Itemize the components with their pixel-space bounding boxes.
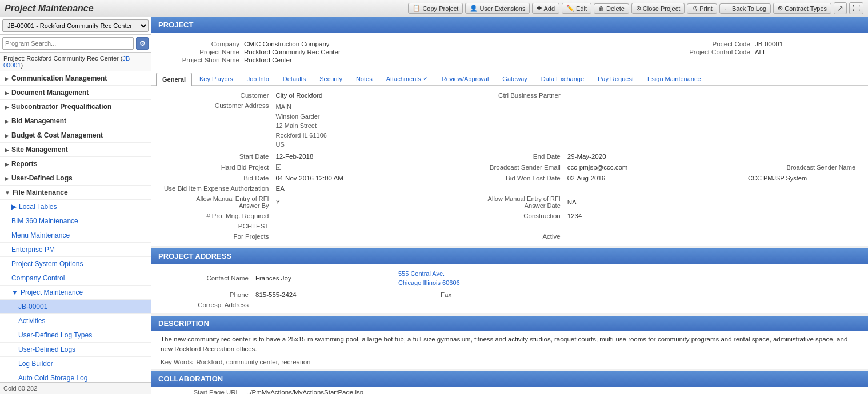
tab-key-players[interactable]: Key Players — [193, 72, 239, 85]
sidebar-footer: Cold 80 282 — [0, 382, 151, 394]
customer-label: Customer — [161, 90, 272, 100]
sidebar-item-user-defined-log-types[interactable]: User-Defined Log Types — [0, 328, 151, 343]
tab-job-info[interactable]: Job Info — [241, 72, 275, 85]
project-control-code-value: ALL — [755, 49, 857, 55]
customer-address-value: MAINWinston Garder12 Main StreetRockford… — [272, 100, 472, 151]
expand-arrow-icon: ▼ — [5, 190, 10, 196]
for-projects-value — [272, 231, 472, 242]
sidebar-item-log-builder[interactable]: Log Builder — [0, 357, 151, 371]
tab-data-exchange[interactable]: Data Exchange — [535, 72, 590, 85]
expand-arrow-icon: ▶ — [5, 104, 9, 110]
expand-arrow-icon: ▶ — [5, 175, 9, 182]
project-address-content: Contact Name Frances Joy 555 Central Ave… — [151, 264, 868, 313]
checkmark-icon: ✓ — [423, 75, 428, 82]
expand-arrow-icon: ▶ — [5, 90, 9, 96]
sidebar-item-local-tables[interactable]: ▶ Local Tables — [0, 200, 151, 214]
sidebar-item-menu-maintenance[interactable]: Menu Maintenance — [0, 228, 151, 243]
user-icon: 👤 — [470, 5, 478, 12]
sidebar-item-activities[interactable]: Activities — [0, 314, 151, 328]
start-date-value: 12-Feb-2018 — [272, 151, 472, 162]
customer-value: City of Rockford — [272, 90, 472, 100]
sidebar-item-reports[interactable]: ▶ Reports — [0, 157, 151, 171]
user-extensions-button[interactable]: 👤 User Extensions — [465, 3, 530, 14]
sidebar-item-label: User-Defined Logs — [11, 174, 73, 182]
tab-general[interactable]: General — [156, 73, 192, 86]
sidebar-item-communication-management[interactable]: ▶ Communication Management — [0, 71, 151, 86]
sidebar-item-label: Document Management — [11, 89, 89, 97]
tab-esign-maintenance[interactable]: Esign Maintenance — [641, 72, 707, 85]
project-selector[interactable]: JB-00001 - Rockford Community Rec Center — [2, 19, 149, 32]
hard-bid-label: Hard Bid Project — [161, 162, 272, 173]
tab-pay-request[interactable]: Pay Request — [591, 72, 640, 85]
print-button[interactable]: 🖨 Print — [687, 3, 717, 14]
sidebar-item-bim360[interactable]: BIM 360 Maintenance — [0, 214, 151, 228]
contract-types-button[interactable]: ⊗ Contract Types — [773, 3, 831, 14]
sidebar-item-jb00001[interactable]: JB-00001 — [0, 300, 151, 314]
corresp-address-label: Corresp. Address — [161, 300, 252, 310]
sidebar-item-project-maintenance[interactable]: ▼ Project Maintenance — [0, 286, 151, 300]
bid-date-label: Bid Date — [161, 173, 272, 183]
tab-review-approval[interactable]: Review/Approval — [435, 72, 495, 85]
bid-won-lost-date-label: Bid Won Lost Date — [473, 173, 564, 183]
sidebar-dropdown-row: JB-00001 - Rockford Community Rec Center — [0, 17, 151, 35]
sidebar-item-document-management[interactable]: ▶ Document Management — [0, 86, 151, 100]
tab-attachments[interactable]: Attachments ✓ — [380, 71, 434, 85]
expand-arrow-icon: ▶ — [5, 147, 9, 153]
tab-notes[interactable]: Notes — [350, 72, 379, 85]
keywords-value: Rockford, community center, recreation — [196, 359, 310, 365]
fax-label: Fax — [441, 291, 451, 298]
pchtest-value — [272, 221, 472, 231]
sidebar-item-bid-management[interactable]: ▶ Bid Management — [0, 114, 151, 128]
contact-name-label: Contact Name — [161, 267, 252, 290]
sidebar-item-label: Communication Management — [11, 74, 107, 82]
broadcast-sender-email-label: Broadcast Sender Email — [473, 162, 564, 173]
add-button[interactable]: ✚ Add — [532, 3, 559, 14]
program-search-input[interactable] — [2, 37, 134, 50]
sidebar-item-user-defined-logs-sub[interactable]: User-Defined Logs — [0, 343, 151, 357]
sidebar-item-label: Site Management — [11, 146, 68, 154]
edit-button[interactable]: ✏️ Edit — [562, 3, 591, 14]
start-page-url-label: Start Page URL — [151, 387, 243, 394]
broadcast-sender-email-value: ccc-pmjsp@ccc.com — [564, 162, 745, 173]
sidebar-item-user-defined-logs[interactable]: ▶ User-Defined Logs — [0, 171, 151, 186]
project-short-name-value: Rockford Center — [244, 57, 499, 63]
tab-defaults[interactable]: Defaults — [277, 72, 312, 85]
project-code-value: JB-00001 — [755, 41, 857, 47]
keywords-label: Key Words — [161, 359, 193, 365]
search-settings-button[interactable]: ⚙ — [136, 37, 149, 50]
sidebar-item-enterprise-pm[interactable]: Enterprise PM — [0, 243, 151, 257]
external-link-button[interactable]: ↗ — [834, 2, 847, 14]
company-value: CMIC Construction Company — [244, 41, 499, 47]
sidebar-item-label: User-Defined Log Types — [18, 331, 92, 339]
delete-button[interactable]: 🗑 Delete — [594, 3, 629, 14]
sidebar-item-label: BIM 360 Maintenance — [11, 217, 78, 225]
copy-icon: 📋 — [413, 5, 421, 12]
phone-label: Phone — [161, 290, 252, 300]
construction-label: Construction — [473, 211, 564, 221]
contract-icon: ⊗ — [778, 5, 783, 12]
address-value: 555 Central Ave. Chicago Illinois 60606 — [395, 267, 859, 290]
sidebar-item-project-system-options[interactable]: Project System Options — [0, 257, 151, 271]
sidebar-item-site-management[interactable]: ▶ Site Management — [0, 143, 151, 157]
back-to-log-button[interactable]: ← Back To Log — [719, 3, 771, 14]
sidebar-item-file-maintenance[interactable]: ▼ File Maintenance — [0, 186, 151, 200]
sidebar-item-label: Project System Options — [11, 260, 83, 268]
bid-won-lost-date-value: 02-Aug-2016 — [564, 173, 745, 183]
project-address-section-header: PROJECT ADDRESS — [151, 248, 868, 264]
description-section-header: DESCRIPTION — [151, 316, 868, 331]
sidebar-item-company-control[interactable]: Company Control — [0, 271, 151, 286]
external-link-icon: ↗ — [837, 4, 843, 13]
allow-manual-rfi-date-value: NA — [564, 194, 745, 211]
sidebar-item-label: JB-00001 — [18, 303, 47, 311]
tab-gateway[interactable]: Gateway — [496, 72, 533, 85]
tab-security[interactable]: Security — [313, 72, 349, 85]
close-project-button[interactable]: ⊗ Close Project — [631, 3, 685, 14]
construction-value: 1234 — [564, 211, 745, 221]
sidebar-item-budget-cost-management[interactable]: ▶ Budget & Cost Management — [0, 128, 151, 143]
sidebar-item-subcontractor-prequalification[interactable]: ▶ Subcontractor Prequalification — [0, 100, 151, 114]
copy-project-button[interactable]: 📋 Copy Project — [408, 3, 463, 14]
maximize-button[interactable]: ⛶ — [849, 2, 863, 14]
sidebar-item-auto-cold-storage-log[interactable]: Auto Cold Storage Log — [0, 371, 151, 382]
for-projects-label: For Projects — [161, 231, 272, 242]
allow-manual-rfi-date-label: Allow Manual Entry of RFIAnswer Date — [473, 194, 564, 211]
